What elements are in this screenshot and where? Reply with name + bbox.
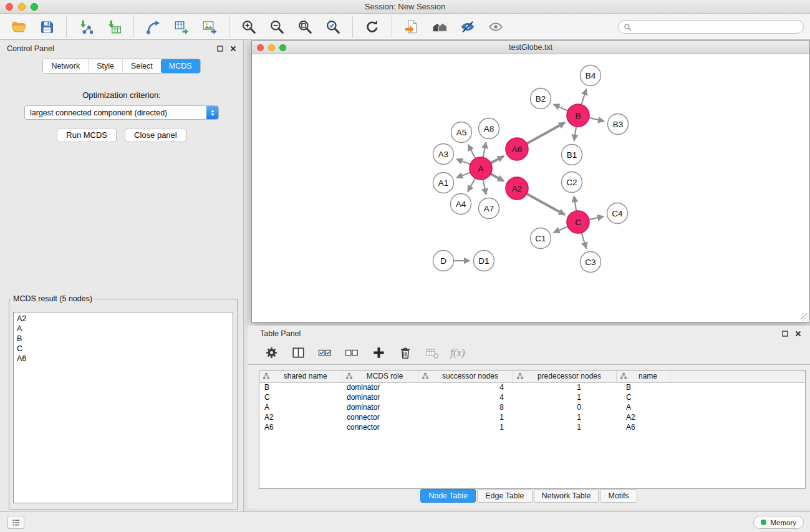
graph-node-B[interactable]: B — [567, 104, 589, 127]
column-header-successor-nodes[interactable]: successor nodes — [418, 370, 513, 382]
graph-node-B4[interactable]: B4 — [581, 65, 601, 86]
network-canvas[interactable]: B4B2BB3A5A8A6B1A3AC2A1A2A4A7C4CC1C3DD1 — [252, 54, 809, 322]
zoom-out-button[interactable] — [264, 16, 289, 37]
table-cell[interactable]: 0 — [513, 402, 616, 412]
graph-node-A8[interactable]: A8 — [479, 118, 499, 139]
deselect-all-button[interactable] — [343, 344, 360, 362]
search-field[interactable] — [618, 20, 804, 34]
table-cell[interactable]: B — [259, 382, 342, 392]
maximize-window-button[interactable] — [31, 3, 38, 11]
close-panel-button[interactable]: Close panel — [125, 128, 186, 142]
graph-edge-B-B3[interactable] — [589, 118, 604, 121]
table-settings-button[interactable] — [263, 344, 280, 362]
sort-icon[interactable] — [516, 372, 524, 382]
hide-graphics-button[interactable] — [455, 16, 480, 37]
column-header-name[interactable]: name — [616, 370, 670, 382]
graph-node-A3[interactable]: A3 — [433, 144, 454, 165]
delete-column-button[interactable] — [397, 344, 414, 362]
table-row[interactable]: Bdominator41B — [259, 382, 805, 392]
table-row[interactable]: A6connector11A6 — [259, 422, 805, 432]
table-cell[interactable]: 1 — [418, 412, 513, 422]
table-cell[interactable]: 8 — [418, 402, 513, 412]
graph-edge-A-A1[interactable] — [456, 172, 470, 178]
graph-node-A1[interactable]: A1 — [433, 173, 454, 193]
tab-network[interactable]: Network — [43, 59, 88, 73]
network-window-titlebar[interactable]: testGlobe.txt — [252, 41, 809, 54]
minimize-window-button[interactable] — [18, 3, 26, 11]
graph-node-A6[interactable]: A6 — [506, 138, 528, 160]
close-table-panel-button[interactable] — [795, 331, 801, 337]
add-column-button[interactable] — [370, 344, 387, 362]
mcds-result-item[interactable]: A6 — [17, 354, 229, 364]
table-cell[interactable]: 1 — [513, 392, 616, 402]
tab-select[interactable]: Select — [122, 59, 161, 73]
float-table-panel-button[interactable] — [782, 331, 788, 337]
show-column-button[interactable] — [289, 344, 307, 362]
graph-edge-A2-C[interactable] — [527, 194, 565, 215]
graph-node-B2[interactable]: B2 — [531, 89, 551, 109]
sort-icon[interactable] — [263, 372, 270, 382]
zoom-fit-button[interactable] — [292, 16, 317, 37]
table-cell[interactable]: dominator — [342, 402, 418, 412]
select-all-button[interactable] — [316, 344, 334, 362]
open-session-button[interactable] — [6, 16, 31, 37]
apply-layout-button[interactable] — [360, 16, 385, 37]
graph-node-A[interactable]: A — [470, 157, 492, 180]
table-cell[interactable]: A — [259, 402, 342, 412]
graph-node-B1[interactable]: B1 — [562, 145, 582, 165]
delete-table-button[interactable] — [423, 344, 441, 362]
sort-icon[interactable] — [620, 372, 627, 382]
export-table-button[interactable] — [169, 16, 194, 37]
graph-node-C2[interactable]: C2 — [562, 172, 582, 193]
table-row[interactable]: Cdominator41C — [259, 392, 805, 402]
table-row[interactable]: Adominator80A — [259, 402, 805, 412]
float-panel-button[interactable] — [217, 46, 223, 52]
graph-node-A7[interactable]: A7 — [479, 198, 499, 219]
run-mcds-button[interactable]: Run MCDS — [57, 128, 117, 142]
table-cell[interactable]: 4 — [418, 392, 513, 402]
tab-node-table[interactable]: Node Table — [420, 489, 476, 503]
graph-edge-A-A7[interactable] — [483, 180, 486, 195]
mcds-result-item[interactable]: B — [17, 334, 229, 344]
resize-grip[interactable] — [801, 313, 809, 321]
table-cell[interactable]: C — [259, 392, 342, 402]
show-hide-button[interactable] — [483, 16, 508, 37]
tab-style[interactable]: Style — [88, 59, 122, 73]
graph-edge-C-C1[interactable] — [554, 226, 568, 233]
mcds-result-list[interactable]: A2ABCA6 — [13, 312, 233, 503]
graph-edge-C-C4[interactable] — [589, 216, 604, 220]
table-cell[interactable]: connector — [342, 422, 418, 432]
table-cell[interactable]: 1 — [513, 422, 616, 432]
column-header-mcds-role[interactable]: MCDS role — [342, 370, 418, 382]
graph-edge-A-A8[interactable] — [483, 142, 486, 157]
graph-node-D1[interactable]: D1 — [474, 251, 494, 271]
table-cell[interactable]: A2 — [259, 412, 342, 422]
criterion-dropdown[interactable]: largest connected component (directed) — [24, 105, 219, 120]
graph-node-B3[interactable]: B3 — [608, 114, 629, 135]
function-builder-button[interactable]: f(x) — [450, 347, 465, 359]
graph-edge-A-A4[interactable] — [468, 178, 475, 192]
graph-edge-C-C3[interactable] — [581, 233, 586, 248]
table-cell[interactable]: B — [616, 382, 670, 392]
save-session-button[interactable] — [34, 16, 59, 37]
table-cell[interactable]: C — [616, 392, 670, 402]
export-network-button[interactable] — [141, 16, 166, 37]
table-cell[interactable]: dominator — [342, 392, 418, 402]
home-view-button[interactable] — [427, 16, 452, 37]
table-row[interactable]: A2connector11A2 — [259, 412, 805, 422]
graph-node-C4[interactable]: C4 — [607, 203, 628, 224]
graph-node-C[interactable]: C — [567, 211, 589, 233]
table-cell[interactable]: A2 — [616, 412, 670, 422]
mcds-result-item[interactable]: A2 — [17, 314, 229, 324]
open-file-button[interactable] — [399, 16, 424, 37]
graph-edge-A-A5[interactable] — [468, 145, 476, 158]
import-table-button[interactable] — [102, 16, 127, 37]
close-network-window-button[interactable] — [257, 44, 264, 51]
graph-edge-B-B1[interactable] — [574, 127, 577, 141]
table-cell[interactable]: dominator — [342, 382, 418, 392]
graph-node-A5[interactable]: A5 — [451, 122, 472, 143]
close-control-panel-button[interactable] — [230, 46, 236, 52]
sort-icon[interactable] — [422, 372, 429, 382]
graph-node-A2[interactable]: A2 — [506, 177, 528, 200]
column-header-shared-name[interactable]: shared name — [259, 370, 342, 382]
